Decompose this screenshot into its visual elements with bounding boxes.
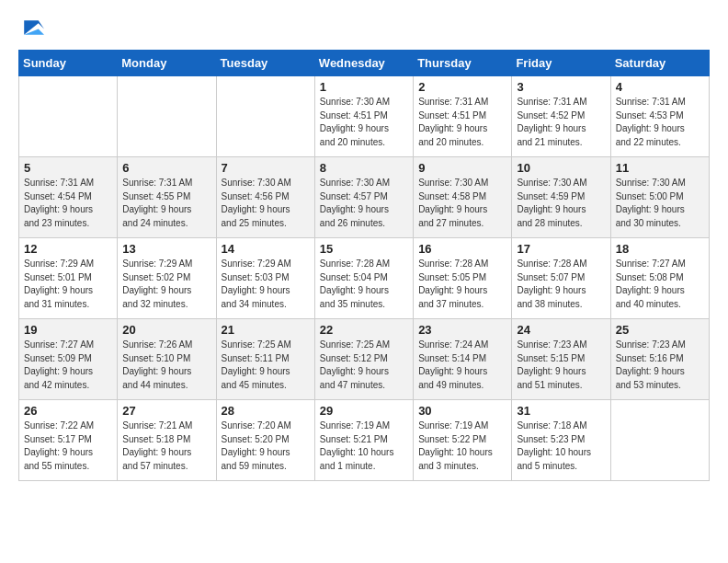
calendar-cell: 4Sunrise: 7:31 AM Sunset: 4:53 PM Daylig… bbox=[610, 76, 709, 157]
calendar-body: 1Sunrise: 7:30 AM Sunset: 4:51 PM Daylig… bbox=[19, 76, 710, 481]
day-number: 12 bbox=[24, 242, 112, 256]
calendar-cell: 2Sunrise: 7:31 AM Sunset: 4:51 PM Daylig… bbox=[414, 76, 512, 157]
day-number: 23 bbox=[418, 323, 506, 337]
day-info: Sunrise: 7:30 AM Sunset: 4:56 PM Dayligh… bbox=[222, 177, 310, 230]
calendar-cell bbox=[19, 76, 118, 157]
col-header-wednesday: Wednesday bbox=[314, 51, 413, 76]
day-number: 21 bbox=[222, 323, 310, 337]
day-number: 13 bbox=[122, 242, 210, 256]
week-row-4: 19Sunrise: 7:27 AM Sunset: 5:09 PM Dayli… bbox=[19, 319, 710, 400]
day-number: 29 bbox=[320, 404, 408, 418]
header-row: SundayMondayTuesdayWednesdayThursdayFrid… bbox=[19, 51, 710, 76]
day-info: Sunrise: 7:31 AM Sunset: 4:53 PM Dayligh… bbox=[616, 96, 704, 149]
day-info: Sunrise: 7:29 AM Sunset: 5:02 PM Dayligh… bbox=[122, 258, 210, 311]
day-info: Sunrise: 7:28 AM Sunset: 5:04 PM Dayligh… bbox=[320, 258, 408, 311]
day-info: Sunrise: 7:20 AM Sunset: 5:20 PM Dayligh… bbox=[222, 419, 310, 473]
week-row-2: 5Sunrise: 7:31 AM Sunset: 4:54 PM Daylig… bbox=[19, 157, 710, 238]
col-header-thursday: Thursday bbox=[414, 51, 512, 76]
calendar-cell: 18Sunrise: 7:27 AM Sunset: 5:08 PM Dayli… bbox=[610, 238, 709, 319]
calendar-cell bbox=[610, 400, 709, 481]
calendar-cell: 22Sunrise: 7:25 AM Sunset: 5:12 PM Dayli… bbox=[314, 319, 413, 400]
calendar-cell: 1Sunrise: 7:30 AM Sunset: 4:51 PM Daylig… bbox=[314, 76, 413, 157]
day-info: Sunrise: 7:30 AM Sunset: 4:59 PM Dayligh… bbox=[517, 177, 605, 230]
day-number: 18 bbox=[616, 242, 704, 256]
calendar-cell: 7Sunrise: 7:30 AM Sunset: 4:56 PM Daylig… bbox=[216, 157, 314, 238]
day-info: Sunrise: 7:31 AM Sunset: 4:55 PM Dayligh… bbox=[122, 177, 210, 230]
day-number: 2 bbox=[418, 80, 506, 94]
week-row-5: 26Sunrise: 7:22 AM Sunset: 5:17 PM Dayli… bbox=[19, 400, 710, 481]
calendar-cell: 25Sunrise: 7:23 AM Sunset: 5:16 PM Dayli… bbox=[610, 319, 709, 400]
calendar-cell: 6Sunrise: 7:31 AM Sunset: 4:55 PM Daylig… bbox=[118, 157, 216, 238]
day-info: Sunrise: 7:23 AM Sunset: 5:16 PM Dayligh… bbox=[616, 339, 704, 392]
calendar-cell: 26Sunrise: 7:22 AM Sunset: 5:17 PM Dayli… bbox=[19, 400, 118, 481]
day-number: 11 bbox=[616, 161, 704, 175]
day-number: 27 bbox=[122, 404, 210, 418]
calendar-cell: 8Sunrise: 7:30 AM Sunset: 4:57 PM Daylig… bbox=[314, 157, 413, 238]
calendar-cell: 3Sunrise: 7:31 AM Sunset: 4:52 PM Daylig… bbox=[512, 76, 610, 157]
day-info: Sunrise: 7:21 AM Sunset: 5:18 PM Dayligh… bbox=[122, 419, 210, 473]
calendar-cell: 17Sunrise: 7:28 AM Sunset: 5:07 PM Dayli… bbox=[512, 238, 610, 319]
calendar-cell: 28Sunrise: 7:20 AM Sunset: 5:20 PM Dayli… bbox=[216, 400, 314, 481]
header bbox=[18, 15, 710, 40]
day-number: 26 bbox=[24, 404, 112, 418]
calendar-cell: 16Sunrise: 7:28 AM Sunset: 5:05 PM Dayli… bbox=[414, 238, 512, 319]
day-number: 1 bbox=[320, 80, 408, 94]
day-number: 19 bbox=[24, 323, 112, 337]
day-info: Sunrise: 7:19 AM Sunset: 5:21 PM Dayligh… bbox=[320, 419, 408, 473]
day-number: 28 bbox=[222, 404, 310, 418]
day-info: Sunrise: 7:30 AM Sunset: 4:57 PM Dayligh… bbox=[320, 177, 408, 230]
day-info: Sunrise: 7:27 AM Sunset: 5:09 PM Dayligh… bbox=[24, 339, 112, 392]
calendar-cell: 31Sunrise: 7:18 AM Sunset: 5:23 PM Dayli… bbox=[512, 400, 610, 481]
day-info: Sunrise: 7:22 AM Sunset: 5:17 PM Dayligh… bbox=[24, 419, 112, 473]
calendar-cell: 5Sunrise: 7:31 AM Sunset: 4:54 PM Daylig… bbox=[19, 157, 118, 238]
day-number: 5 bbox=[24, 161, 112, 175]
logo-icon bbox=[18, 15, 44, 40]
col-header-friday: Friday bbox=[512, 51, 610, 76]
calendar-cell: 13Sunrise: 7:29 AM Sunset: 5:02 PM Dayli… bbox=[118, 238, 216, 319]
week-row-1: 1Sunrise: 7:30 AM Sunset: 4:51 PM Daylig… bbox=[19, 76, 710, 157]
calendar-cell: 15Sunrise: 7:28 AM Sunset: 5:04 PM Dayli… bbox=[314, 238, 413, 319]
col-header-monday: Monday bbox=[118, 51, 216, 76]
day-number: 31 bbox=[517, 404, 605, 418]
day-info: Sunrise: 7:18 AM Sunset: 5:23 PM Dayligh… bbox=[517, 419, 605, 473]
day-info: Sunrise: 7:25 AM Sunset: 5:11 PM Dayligh… bbox=[222, 339, 310, 392]
day-info: Sunrise: 7:26 AM Sunset: 5:10 PM Dayligh… bbox=[122, 339, 210, 392]
day-info: Sunrise: 7:30 AM Sunset: 5:00 PM Dayligh… bbox=[616, 177, 704, 230]
day-info: Sunrise: 7:28 AM Sunset: 5:05 PM Dayligh… bbox=[418, 258, 506, 311]
calendar-cell bbox=[118, 76, 216, 157]
day-info: Sunrise: 7:24 AM Sunset: 5:14 PM Dayligh… bbox=[418, 339, 506, 392]
day-info: Sunrise: 7:29 AM Sunset: 5:03 PM Dayligh… bbox=[222, 258, 310, 311]
calendar-cell: 30Sunrise: 7:19 AM Sunset: 5:22 PM Dayli… bbox=[414, 400, 512, 481]
col-header-sunday: Sunday bbox=[19, 51, 118, 76]
day-number: 9 bbox=[418, 161, 506, 175]
day-number: 14 bbox=[222, 242, 310, 256]
day-info: Sunrise: 7:30 AM Sunset: 4:51 PM Dayligh… bbox=[320, 96, 408, 149]
calendar-cell bbox=[216, 76, 314, 157]
day-number: 7 bbox=[222, 161, 310, 175]
calendar-cell: 21Sunrise: 7:25 AM Sunset: 5:11 PM Dayli… bbox=[216, 319, 314, 400]
day-number: 3 bbox=[517, 80, 605, 94]
day-number: 24 bbox=[517, 323, 605, 337]
day-number: 25 bbox=[616, 323, 704, 337]
col-header-saturday: Saturday bbox=[610, 51, 709, 76]
calendar-cell: 27Sunrise: 7:21 AM Sunset: 5:18 PM Dayli… bbox=[118, 400, 216, 481]
calendar-cell: 9Sunrise: 7:30 AM Sunset: 4:58 PM Daylig… bbox=[414, 157, 512, 238]
calendar-cell: 14Sunrise: 7:29 AM Sunset: 5:03 PM Dayli… bbox=[216, 238, 314, 319]
week-row-3: 12Sunrise: 7:29 AM Sunset: 5:01 PM Dayli… bbox=[19, 238, 710, 319]
page: SundayMondayTuesdayWednesdayThursdayFrid… bbox=[0, 0, 728, 500]
day-info: Sunrise: 7:30 AM Sunset: 4:58 PM Dayligh… bbox=[418, 177, 506, 230]
calendar-table: SundayMondayTuesdayWednesdayThursdayFrid… bbox=[18, 50, 710, 481]
day-number: 22 bbox=[320, 323, 408, 337]
logo bbox=[18, 15, 48, 40]
day-info: Sunrise: 7:23 AM Sunset: 5:15 PM Dayligh… bbox=[517, 339, 605, 392]
calendar-cell: 11Sunrise: 7:30 AM Sunset: 5:00 PM Dayli… bbox=[610, 157, 709, 238]
calendar-cell: 24Sunrise: 7:23 AM Sunset: 5:15 PM Dayli… bbox=[512, 319, 610, 400]
day-info: Sunrise: 7:27 AM Sunset: 5:08 PM Dayligh… bbox=[616, 258, 704, 311]
day-number: 16 bbox=[418, 242, 506, 256]
day-number: 17 bbox=[517, 242, 605, 256]
day-info: Sunrise: 7:25 AM Sunset: 5:12 PM Dayligh… bbox=[320, 339, 408, 392]
calendar-cell: 23Sunrise: 7:24 AM Sunset: 5:14 PM Dayli… bbox=[414, 319, 512, 400]
day-info: Sunrise: 7:29 AM Sunset: 5:01 PM Dayligh… bbox=[24, 258, 112, 311]
day-number: 30 bbox=[418, 404, 506, 418]
col-header-tuesday: Tuesday bbox=[216, 51, 314, 76]
